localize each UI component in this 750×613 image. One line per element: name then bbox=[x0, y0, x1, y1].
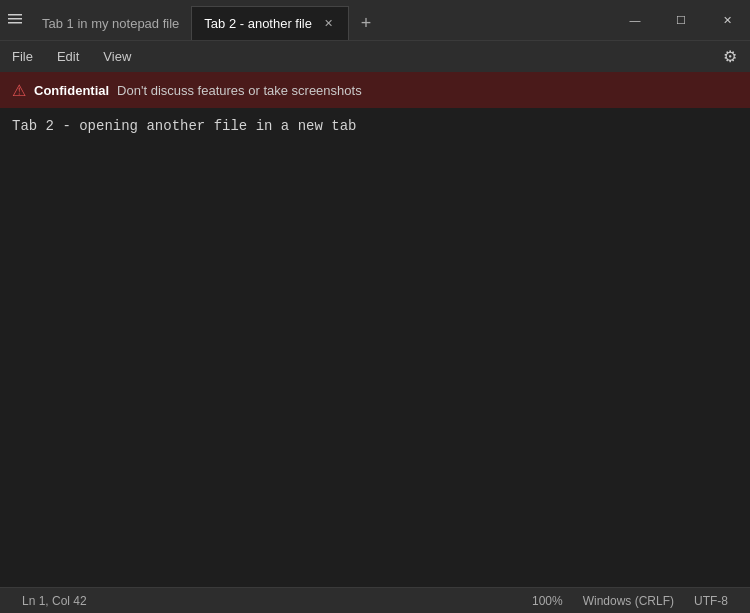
status-bar: Ln 1, Col 42 100% Windows (CRLF) UTF-8 bbox=[0, 587, 750, 613]
tab-2-close[interactable]: ✕ bbox=[320, 16, 336, 32]
new-tab-button[interactable]: + bbox=[349, 6, 383, 40]
tab-1[interactable]: Tab 1 in my notepad file bbox=[30, 6, 191, 40]
menu-bar: File Edit View ⚙ bbox=[0, 40, 750, 72]
tab-1-label: Tab 1 in my notepad file bbox=[42, 16, 179, 31]
svg-rect-2 bbox=[8, 22, 22, 24]
svg-rect-0 bbox=[8, 14, 22, 16]
settings-button[interactable]: ⚙ bbox=[710, 41, 750, 73]
maximize-button[interactable]: ☐ bbox=[658, 0, 704, 40]
notification-bold-text: Confidential bbox=[34, 83, 109, 98]
status-line-ending: Windows (CRLF) bbox=[573, 594, 684, 608]
close-button[interactable]: ✕ bbox=[704, 0, 750, 40]
tabs-area: Tab 1 in my notepad file Tab 2 - another… bbox=[30, 0, 612, 40]
notification-bar: ⚠ Confidential Don't discuss features or… bbox=[0, 72, 750, 108]
status-encoding: UTF-8 bbox=[684, 594, 738, 608]
edit-menu[interactable]: Edit bbox=[45, 41, 91, 73]
svg-rect-1 bbox=[8, 18, 22, 20]
status-zoom: 100% bbox=[522, 594, 573, 608]
window-controls: — ☐ ✕ bbox=[612, 0, 750, 40]
notification-text: Don't discuss features or take screensho… bbox=[117, 83, 362, 98]
minimize-button[interactable]: — bbox=[612, 0, 658, 40]
warning-icon: ⚠ bbox=[12, 81, 26, 100]
editor-content: Tab 2 - opening another file in a new ta… bbox=[12, 116, 738, 137]
tab-2-label: Tab 2 - another file bbox=[204, 16, 312, 31]
status-position: Ln 1, Col 42 bbox=[12, 594, 97, 608]
file-menu[interactable]: File bbox=[0, 41, 45, 73]
menu-bar-right: ⚙ bbox=[710, 41, 750, 73]
view-menu[interactable]: View bbox=[91, 41, 143, 73]
title-bar: Tab 1 in my notepad file Tab 2 - another… bbox=[0, 0, 750, 40]
tab-2[interactable]: Tab 2 - another file ✕ bbox=[191, 6, 349, 40]
editor-area[interactable]: Tab 2 - opening another file in a new ta… bbox=[0, 108, 750, 587]
app-icon bbox=[0, 0, 30, 40]
